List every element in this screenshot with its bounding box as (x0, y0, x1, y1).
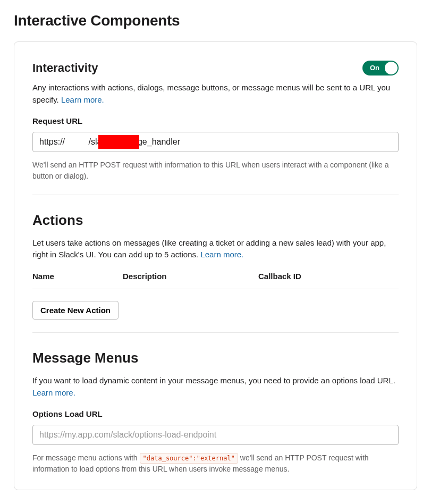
interactivity-section: Interactivity On Any interactions with a… (32, 59, 399, 195)
menus-heading: Message Menus (32, 348, 399, 368)
menus-help-pre: For message menu actions with (32, 453, 140, 462)
menus-desc-text: If you want to load dynamic content in y… (32, 376, 395, 385)
menus-learn-more-link[interactable]: Learn more. (32, 388, 75, 397)
interactivity-learn-more-link[interactable]: Learn more. (61, 95, 104, 104)
interactivity-desc: Any interactions with actions, dialogs, … (32, 82, 399, 106)
interactivity-toggle[interactable]: On (362, 61, 399, 75)
toggle-knob (385, 62, 398, 74)
actions-col-name: Name (32, 271, 123, 283)
interactivity-heading: Interactivity (32, 59, 98, 77)
options-load-url-input[interactable] (32, 425, 399, 445)
request-url-help: We'll send an HTTP POST request with inf… (32, 159, 399, 182)
message-menus-section: Message Menus If you want to load dynami… (32, 348, 399, 475)
actions-heading: Actions (32, 210, 399, 231)
toggle-label: On (370, 63, 379, 73)
page-title: Interactive Components (14, 10, 417, 32)
options-load-url-help: For message menu actions with "data_sour… (32, 452, 399, 475)
actions-col-desc: Description (123, 271, 258, 283)
request-url-input[interactable] (32, 132, 399, 152)
menus-desc: If you want to load dynamic content in y… (32, 375, 399, 399)
request-url-label: Request URL (32, 115, 399, 128)
actions-desc: Let users take actions on messages (like… (32, 237, 399, 261)
options-load-url-label: Options Load URL (32, 408, 399, 421)
actions-table-header: Name Description Callback ID (32, 271, 399, 290)
data-source-code: "data_source":"external" (140, 453, 238, 464)
actions-learn-more-link[interactable]: Learn more. (200, 250, 243, 259)
create-new-action-button[interactable]: Create New Action (32, 301, 119, 320)
actions-section: Actions Let users take actions on messag… (32, 210, 399, 333)
settings-card: Interactivity On Any interactions with a… (14, 41, 417, 490)
actions-col-callback: Callback ID (258, 271, 399, 283)
